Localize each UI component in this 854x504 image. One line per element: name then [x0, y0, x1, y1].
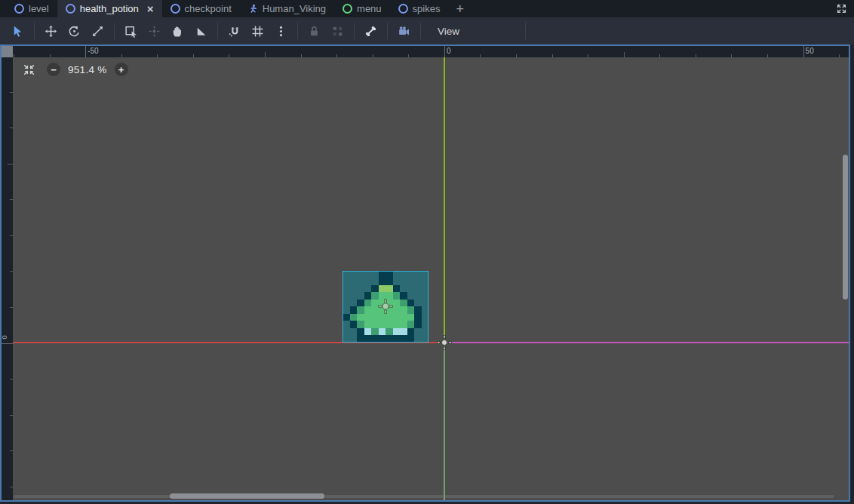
node2d-circle-icon: [66, 4, 75, 14]
scale-tool-icon: [91, 25, 104, 38]
add-scene-tab-button[interactable]: +: [448, 2, 472, 16]
y-axis-line: [444, 57, 445, 343]
rotate-tool-icon: [68, 25, 81, 38]
select-tool-button[interactable]: [7, 21, 29, 41]
ruler-corner-box: [2, 46, 13, 57]
pivot-icon: [148, 25, 161, 38]
canvas-toolbar: View: [0, 17, 854, 45]
toolbar-separator: [217, 23, 218, 39]
toolbar-separator: [114, 23, 115, 39]
rotate-tool-button[interactable]: [63, 21, 85, 41]
grid-snap-button[interactable]: [247, 21, 269, 41]
smart-snap-button[interactable]: [223, 21, 245, 41]
lock-selected-button[interactable]: [303, 21, 325, 41]
list-select-icon: [124, 25, 137, 38]
zoom-widget: − 951.4 % +: [23, 63, 128, 76]
camera-icon: [398, 25, 410, 38]
tab-label: menu: [357, 3, 382, 14]
zoom-percentage[interactable]: 951.4 %: [68, 64, 107, 75]
horizontal-ruler[interactable]: -50050: [13, 46, 849, 57]
canvas-panel: -50050 0: [0, 45, 854, 504]
tab-label: checkpoint: [185, 3, 232, 14]
center-view-icon[interactable]: [23, 63, 35, 76]
pan-tool-button[interactable]: [167, 21, 189, 41]
group-selected-button[interactable]: [327, 21, 349, 41]
move-tool-button[interactable]: [40, 21, 62, 41]
tab-checkpoint[interactable]: checkpoint: [162, 0, 240, 17]
control-circle-icon: [343, 4, 352, 14]
tab-label: spikes: [413, 3, 441, 14]
list-select-button[interactable]: [120, 21, 142, 41]
tab-human-viking[interactable]: Human_Viking: [240, 0, 334, 17]
view-menu-button[interactable]: View: [426, 26, 471, 37]
ruler-mode-button[interactable]: [190, 21, 212, 41]
vertical-ruler[interactable]: 0: [2, 57, 13, 500]
horizontal-scrollbar-track[interactable]: [14, 495, 834, 498]
horizontal-scrollbar-thumb[interactable]: [170, 493, 324, 499]
node2d-circle-icon: [14, 4, 24, 14]
vertical-scrollbar-thumb[interactable]: [843, 155, 848, 300]
character-figure-icon: [248, 4, 258, 14]
y-axis-line-below-origin: [444, 343, 445, 500]
tab-label: Human_Viking: [263, 3, 326, 14]
move-tool-icon: [45, 25, 57, 38]
select-tool-icon: [11, 25, 24, 38]
node2d-circle-icon: [398, 4, 408, 14]
magnet-icon: [228, 25, 241, 38]
snap-options-button[interactable]: [270, 21, 292, 41]
toolbar-separator: [525, 23, 526, 39]
origin-gizmo[interactable]: [437, 335, 452, 350]
tab-level[interactable]: level: [6, 0, 57, 17]
panel-right-margin: [850, 45, 854, 504]
tab-label: level: [29, 3, 49, 14]
viewport-2d[interactable]: − 951.4 % +: [13, 57, 849, 500]
tab-label: health_potion: [80, 3, 139, 14]
lock-icon: [308, 25, 321, 38]
pan-hand-icon: [171, 25, 184, 38]
camera-override-button[interactable]: [393, 21, 415, 41]
skeleton-options-button[interactable]: [360, 21, 382, 41]
group-icon: [331, 25, 344, 38]
scene-tab-bar: level health_potion × checkpoint Human_V…: [0, 0, 854, 17]
scale-tool-button[interactable]: [87, 21, 109, 41]
zoom-in-button[interactable]: +: [115, 63, 128, 76]
x-axis-guide-line: [444, 342, 849, 343]
toolbar-separator: [34, 23, 35, 39]
edit-pivot-button[interactable]: [143, 21, 165, 41]
tab-spikes[interactable]: spikes: [390, 0, 449, 17]
sprite-position-gizmo[interactable]: [376, 297, 395, 315]
toolbar-separator: [387, 23, 388, 39]
tab-menu[interactable]: menu: [334, 0, 390, 17]
tab-health-potion[interactable]: health_potion ×: [57, 0, 162, 17]
expand-viewport-icon[interactable]: [836, 3, 847, 14]
bone-icon: [364, 25, 377, 38]
close-tab-icon[interactable]: ×: [147, 3, 154, 14]
node2d-circle-icon: [170, 4, 180, 14]
ruler-triangle-icon: [195, 25, 207, 38]
toolbar-separator: [354, 23, 355, 39]
tabbar-spacer: [472, 0, 836, 17]
zoom-out-button[interactable]: −: [47, 63, 60, 76]
toolbar-separator: [420, 23, 421, 39]
godot-2d-editor-window: level health_potion × checkpoint Human_V…: [0, 0, 854, 504]
grid-icon: [251, 25, 264, 38]
toolbar-separator: [297, 23, 298, 39]
vertical-dots-icon: [275, 25, 287, 38]
